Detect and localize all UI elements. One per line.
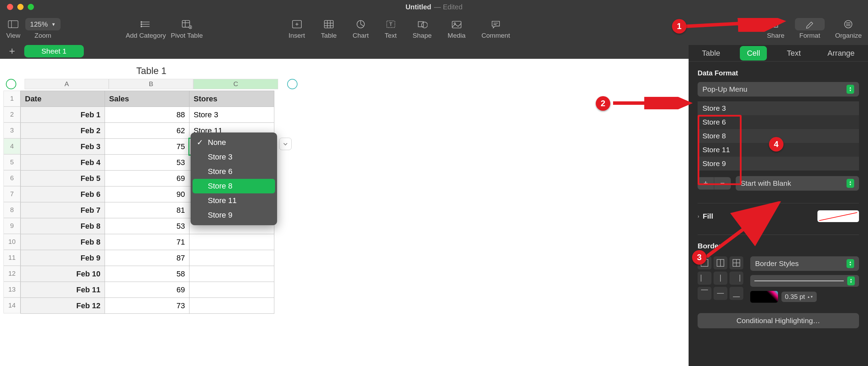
border-preset[interactable] (714, 272, 727, 285)
cell[interactable]: 73 (105, 298, 189, 314)
row-header[interactable]: 12 (3, 266, 20, 282)
cell[interactable]: Feb 2 (21, 123, 105, 139)
header-cell[interactable]: Date (21, 91, 105, 107)
row-header[interactable]: 2 (3, 107, 20, 122)
column-header-a[interactable]: A (25, 79, 109, 89)
cell[interactable]: 53 (105, 155, 189, 171)
cell[interactable] (189, 234, 274, 250)
cell[interactable]: 81 (105, 202, 189, 218)
organize-button[interactable]: Organize (835, 18, 862, 39)
popup-item-none[interactable]: ✓None (191, 135, 277, 150)
border-line-preview[interactable] (750, 275, 859, 287)
row-header[interactable]: 11 (3, 250, 20, 266)
inspector-tab-text[interactable]: Text (780, 46, 808, 61)
cell[interactable]: 69 (105, 282, 189, 298)
conditional-highlighting-button[interactable]: Conditional Highlighting… (698, 313, 859, 328)
border-width-stepper[interactable]: 0.35 pt ▲▼ (781, 292, 817, 302)
table-button[interactable]: Table (321, 18, 337, 39)
cell[interactable]: Feb 1 (21, 107, 105, 123)
pivot-table-button[interactable]: Pivot Table (171, 18, 203, 39)
cell[interactable]: 87 (105, 250, 189, 266)
row-header[interactable]: 3 (3, 122, 20, 138)
inspector-tab-arrange[interactable]: Arrange (821, 46, 861, 61)
disclosure-icon[interactable]: › (698, 213, 699, 219)
table-title[interactable]: Table 1 (25, 66, 278, 76)
shape-button[interactable]: Shape (413, 18, 432, 39)
sheet-tab[interactable]: Sheet 1 (24, 45, 84, 57)
row-header[interactable]: 10 (3, 234, 20, 250)
cell[interactable]: 90 (105, 186, 189, 202)
zoom-button[interactable]: 125%▼ Zoom (25, 18, 61, 39)
cell[interactable]: Feb 8 (21, 218, 105, 234)
border-preset[interactable] (698, 272, 711, 285)
chart-button[interactable]: Chart (353, 18, 369, 39)
row-header[interactable]: 13 (3, 282, 20, 298)
row-header[interactable]: 14 (3, 298, 20, 313)
cell[interactable]: Feb 12 (21, 298, 105, 314)
row-header[interactable]: 1 (3, 91, 20, 107)
cell[interactable]: 88 (105, 107, 189, 123)
minimize-window-icon[interactable] (17, 4, 24, 10)
start-with-select[interactable]: Start with Blank (736, 176, 859, 191)
popup-item[interactable]: Store 6 (191, 164, 277, 179)
comment-button[interactable]: Comment (481, 18, 510, 39)
row-header[interactable]: 6 (3, 170, 20, 186)
header-cell[interactable]: Sales (105, 91, 189, 107)
column-header-b[interactable]: B (109, 79, 193, 89)
column-handle-icon[interactable] (287, 79, 298, 89)
cell[interactable]: 58 (105, 266, 189, 282)
row-header[interactable]: 9 (3, 218, 20, 234)
cell[interactable]: Feb 11 (21, 282, 105, 298)
add-sheet-button[interactable]: + (3, 45, 21, 57)
border-preset[interactable] (698, 287, 711, 300)
text-button[interactable]: T Text (385, 18, 397, 39)
border-preset[interactable] (714, 287, 727, 300)
cell[interactable]: Feb 10 (21, 266, 105, 282)
row-header[interactable]: 4 (3, 138, 20, 154)
data-format-select[interactable]: Pop-Up Menu (698, 82, 859, 97)
border-color-well[interactable] (750, 291, 778, 303)
cell[interactable] (189, 298, 274, 314)
media-button[interactable]: Media (448, 18, 466, 39)
window-titlebar: Untitled — Edited (0, 0, 868, 14)
cell[interactable]: Feb 5 (21, 171, 105, 186)
inspector-tab-cell[interactable]: Cell (740, 46, 767, 61)
cell[interactable] (189, 266, 274, 282)
cell[interactable]: 71 (105, 234, 189, 250)
cell[interactable]: Feb 9 (21, 250, 105, 266)
cell[interactable]: 75 (105, 139, 189, 155)
maximize-window-icon[interactable] (28, 4, 34, 10)
column-header-c[interactable]: C (193, 79, 278, 89)
popup-chevron-icon[interactable] (279, 138, 292, 150)
view-button[interactable]: View (6, 18, 20, 39)
cell[interactable] (189, 250, 274, 266)
popup-item[interactable]: Store 3 (191, 150, 277, 164)
popup-item-selected[interactable]: Store 8 (193, 179, 275, 193)
row-handle-icon[interactable] (6, 79, 16, 89)
cell[interactable]: 62 (105, 123, 189, 139)
border-preset[interactable] (729, 272, 743, 285)
row-header[interactable]: 5 (3, 154, 20, 170)
format-button[interactable]: Format (795, 18, 825, 39)
cell[interactable]: 69 (105, 171, 189, 186)
fill-color-well[interactable] (817, 210, 859, 222)
cell[interactable]: Feb 6 (21, 186, 105, 202)
popup-item[interactable]: Store 11 (191, 193, 277, 208)
close-window-icon[interactable] (7, 4, 13, 10)
cell[interactable]: Feb 7 (21, 202, 105, 218)
popup-item[interactable]: Store 9 (191, 208, 277, 222)
inspector-tab-table[interactable]: Table (695, 46, 727, 61)
header-cell[interactable]: Stores (189, 91, 274, 107)
cell[interactable]: 53 (105, 218, 189, 234)
row-header[interactable]: 8 (3, 202, 20, 218)
popup-option[interactable]: Store 3 (698, 101, 859, 115)
border-preset[interactable] (729, 287, 743, 300)
add-category-button[interactable]: Add Category (126, 18, 166, 39)
cell[interactable]: Feb 4 (21, 155, 105, 171)
cell[interactable]: Feb 3 (21, 139, 105, 155)
cell[interactable] (189, 282, 274, 298)
row-header[interactable]: 7 (3, 186, 20, 202)
cell[interactable]: Store 3 (189, 107, 274, 123)
cell[interactable]: Feb 8 (21, 234, 105, 250)
insert-button[interactable]: Insert (289, 18, 305, 39)
